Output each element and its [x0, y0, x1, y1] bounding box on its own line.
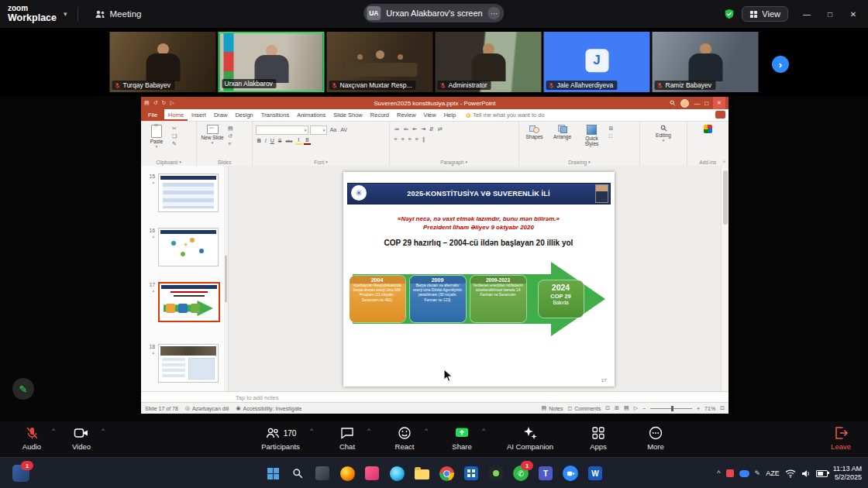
leave-button[interactable]: Leave — [831, 425, 851, 451]
font-color-icon[interactable]: B — [304, 137, 311, 145]
undo-icon[interactable]: ↺ — [153, 100, 158, 106]
chevron-up-icon[interactable]: ^ — [102, 427, 105, 434]
view-button[interactable]: View — [742, 6, 788, 22]
blue-grid-app[interactable] — [463, 465, 480, 482]
participant-tile[interactable]: Ramiz Babayev — [653, 32, 759, 92]
slideshow-view-icon[interactable]: ▷ — [634, 405, 638, 411]
dark-app[interactable] — [487, 465, 505, 482]
font-name-combo[interactable]: ▾ — [256, 125, 308, 135]
search-button[interactable] — [289, 465, 306, 482]
minimize-button[interactable]: — — [795, 3, 818, 25]
accessibility-label[interactable]: Accessibility: Investigate — [243, 406, 302, 411]
collapse-ribbon-icon[interactable]: ^ — [723, 160, 725, 165]
align-left-icon[interactable]: ≡ — [393, 136, 398, 143]
zoom-out-icon[interactable]: − — [642, 406, 646, 411]
shapes-button[interactable]: Shapes — [522, 123, 547, 139]
format-painter-icon[interactable]: ✎ — [172, 141, 177, 147]
tray-expand-icon[interactable]: ^ — [717, 469, 720, 477]
chevron-up-icon[interactable]: ^ — [425, 427, 428, 434]
menu-slideshow[interactable]: Slide Show — [329, 109, 367, 121]
slide-thumbnail[interactable]: 18✦ — [147, 344, 219, 383]
share-button[interactable]: Share ^ — [439, 424, 484, 451]
chevron-up-icon[interactable]: ^ — [482, 427, 485, 434]
grow-font-icon[interactable]: Aa — [329, 126, 338, 134]
menu-file[interactable]: File — [141, 109, 164, 121]
participant-tile[interactable]: Administrator — [436, 32, 542, 92]
battery-icon[interactable] — [816, 470, 828, 477]
shape-outline-icon[interactable]: □ — [609, 133, 614, 139]
pink-app[interactable] — [363, 465, 381, 482]
menu-review[interactable]: Review — [393, 109, 420, 121]
security-shield-icon[interactable] — [724, 9, 735, 19]
screen-share-pill[interactable]: UA Urxan Alakbarov's screen ⋯ — [363, 4, 504, 22]
slide-canvas[interactable]: ✳ 2025-KONSTİTUSİYA VƏ SUVERENLİK İLİ «N… — [343, 172, 615, 387]
slide-thumbnail[interactable]: 16✦ ✦ — [147, 228, 219, 266]
taskbar-clock[interactable]: 11:13 AM 5/2/2025 — [833, 465, 862, 483]
maximize-button[interactable]: □ — [818, 3, 842, 25]
chevron-up-icon[interactable]: ^ — [367, 427, 370, 434]
zoom-app[interactable] — [562, 465, 579, 482]
react-button[interactable]: React ^ — [382, 424, 427, 451]
layout-icon[interactable]: ▤ — [228, 125, 233, 132]
slide-sorter-view-icon[interactable]: ⊞ — [615, 405, 619, 411]
align-right-icon[interactable]: ≡ — [407, 136, 412, 143]
zoom-level[interactable]: 71% — [704, 406, 715, 411]
annotation-button[interactable]: ✎ — [12, 378, 34, 400]
dialog-launcher-icon[interactable]: ▾ — [326, 160, 328, 164]
onedrive-icon[interactable] — [739, 470, 749, 477]
account-avatar[interactable] — [680, 99, 689, 108]
dialog-launcher-icon[interactable]: ▾ — [179, 160, 181, 164]
text-direction-icon[interactable]: ⇄ — [436, 125, 443, 133]
normal-view-icon[interactable]: ⊡ — [605, 405, 610, 411]
task-view-button[interactable] — [314, 465, 331, 482]
justify-icon[interactable]: ≡ — [414, 136, 419, 143]
participant-tile[interactable]: Turqay Babayev — [110, 32, 216, 92]
language-label[interactable]: Azərbaycan dili — [192, 406, 229, 411]
close-button[interactable]: ✕ — [842, 3, 865, 25]
whatsapp-app[interactable]: ✆ 1 — [512, 465, 529, 482]
chrome-app[interactable] — [438, 465, 455, 482]
notes-toggle[interactable]: ▤Notes — [542, 405, 563, 411]
menu-draw[interactable]: Draw — [210, 109, 232, 121]
menu-transitions[interactable]: Transitions — [257, 109, 293, 121]
redo-icon[interactable]: ↻ — [162, 100, 167, 106]
dialog-launcher-icon[interactable]: ▾ — [588, 160, 591, 164]
save-icon[interactable]: ▤ — [144, 100, 150, 106]
columns-icon[interactable]: ∥ — [421, 136, 426, 143]
language-indicator[interactable]: AZE — [766, 469, 780, 477]
menu-animations[interactable]: Animations — [293, 109, 329, 121]
chat-button[interactable]: Chat ^ — [325, 424, 370, 451]
align-center-icon[interactable]: ≡ — [400, 136, 405, 143]
firefox-app[interactable] — [339, 465, 356, 482]
indent-less-icon[interactable]: ⇤ — [412, 125, 418, 133]
strikethrough-icon[interactable]: S — [277, 137, 283, 145]
numbering-icon[interactable]: ≕ — [402, 125, 410, 133]
more-button[interactable]: More — [633, 424, 678, 451]
font-size-combo[interactable]: ▾ — [310, 125, 327, 135]
menu-record[interactable]: Record — [367, 109, 393, 121]
participant-tile-active-speaker[interactable]: Urxan Alakbarov — [219, 32, 325, 92]
paste-button[interactable]: Paste ▾ — [144, 123, 169, 149]
search-icon[interactable] — [670, 100, 676, 106]
ppt-share-button[interactable] — [715, 111, 725, 119]
section-icon[interactable]: ≡ — [228, 141, 233, 146]
new-slide-button[interactable]: New Slide ▾ — [200, 123, 225, 145]
teams-app[interactable]: T — [537, 465, 554, 482]
menu-design[interactable]: Design — [231, 109, 257, 121]
edge-app[interactable] — [388, 465, 405, 482]
participants-button[interactable]: 170 Participants ^ — [249, 424, 312, 451]
chevron-up-icon[interactable]: ^ — [310, 427, 313, 434]
italic-icon[interactable]: I — [264, 137, 267, 145]
indent-more-icon[interactable]: ⇥ — [420, 125, 427, 133]
dialog-launcher-icon[interactable]: ▾ — [466, 160, 468, 164]
file-explorer-app[interactable] — [413, 465, 430, 482]
thumbnail-scrollbar[interactable] — [224, 166, 228, 391]
shape-fill-icon[interactable]: ⊞ — [609, 125, 614, 132]
chevron-up-icon[interactable]: ^ — [52, 427, 55, 434]
cut-icon[interactable]: ✂ — [172, 125, 177, 132]
taskbar-notification-icon[interactable]: 1 — [12, 465, 29, 482]
tell-me-box[interactable]: Tell me what you want to do — [466, 109, 545, 121]
chevron-down-icon[interactable]: ▾ — [64, 10, 67, 18]
participant-tile[interactable]: J Jale Allahverdiyeva — [544, 32, 650, 92]
audio-button[interactable]: Audio ^ — [9, 424, 54, 451]
